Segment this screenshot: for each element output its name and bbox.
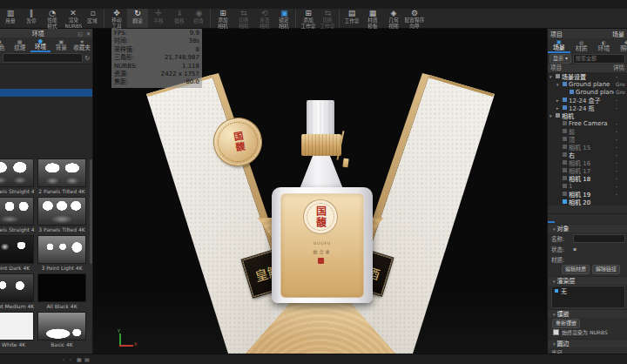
tree-expander-icon[interactable]: ▸ <box>556 105 561 111</box>
toolbar-button[interactable]: ⇆ 切换 工作室 <box>319 9 340 28</box>
properties-tab[interactable] <box>563 214 570 223</box>
properties-tab[interactable] <box>548 214 555 223</box>
properties-tab[interactable] <box>556 214 563 223</box>
library-folder-list[interactable] <box>0 64 92 159</box>
library-tab[interactable]: ● 颜色 <box>0 37 10 52</box>
project-tab[interactable]: ◍ 材质 <box>570 38 593 53</box>
tree-expander-icon[interactable]: ▸ <box>556 98 561 103</box>
library-tab[interactable]: ▣ 背景 <box>51 37 71 52</box>
toolbar-button[interactable]: ⟲ 重置 相机 <box>254 9 275 28</box>
tree-row[interactable]: 相机 18 - <box>548 174 627 182</box>
render-viewport[interactable]: 皇觞 御酒 国馥 国馥 GUOFU 馥合香 皇觞御酒 FPS: 9.9 时间: … <box>93 29 547 354</box>
environment-thumbnail[interactable]: 3 Point Light 4K <box>37 235 86 272</box>
object-section-title[interactable]: ▾对象 <box>548 224 627 233</box>
tree-row[interactable]: ▾ 相机 <box>548 111 627 119</box>
tree-item-detail: - <box>616 167 627 173</box>
project-panel-header: 项目 场景 <box>548 29 627 38</box>
tree-item-detail: - <box>616 144 627 150</box>
next-icon[interactable]: › <box>70 356 71 362</box>
render-layer-item[interactable]: 无 <box>552 286 624 294</box>
list-view-icon[interactable]: ▤ <box>84 356 90 362</box>
grid-view-icon[interactable]: ▦ <box>77 356 82 362</box>
selected-folder-row[interactable] <box>0 89 92 97</box>
environment-thumbnail-grid: 2 Panels Straight 4K 2 Panels Tilted 4K … <box>0 158 90 348</box>
nurbs-checkbox-label: 始终渲染为 NURBS <box>562 328 608 336</box>
tree-row[interactable]: ▾ 场景设置 - <box>548 72 627 80</box>
toolbar-button[interactable]: ‖ 暂停 <box>21 9 42 28</box>
toolbar-button[interactable]: ⚙ 配置程序 向导 <box>404 9 425 28</box>
library-search-row: ↻ <box>0 52 92 64</box>
library-search-input[interactable] <box>3 53 83 63</box>
edit-material-button[interactable]: 编辑材质 <box>562 265 590 274</box>
refresh-icon[interactable]: ↻ <box>84 55 90 62</box>
tree-item-detail: Gro <box>616 81 627 87</box>
tree-row[interactable]: ▾ Ground plane Gro <box>548 80 627 88</box>
stats-row: 三角形: 21,748,987 <box>114 54 199 62</box>
unlink-material-button[interactable]: 解除链接 <box>592 265 620 274</box>
library-tab[interactable]: ★ 收藏夹 <box>71 37 92 52</box>
environment-thumbnail[interactable]: 2 Panels Tilted 4K <box>37 158 86 195</box>
show-dropdown[interactable]: 显示 ▾ <box>549 54 571 64</box>
toolbar-button[interactable]: ◈ 几何 视图 <box>383 9 404 28</box>
tessellation-section-title[interactable]: ▾镶嵌 <box>548 309 627 318</box>
nurbs-checkbox[interactable] <box>553 329 559 335</box>
name-input[interactable] <box>573 234 625 243</box>
undock-icon[interactable]: ◱ <box>76 30 84 37</box>
layer-bullet-icon <box>555 289 558 293</box>
environment-thumbnail[interactable]: All White 4K <box>0 312 34 348</box>
name-field-row: 名称: <box>551 234 625 242</box>
nurbs-checkbox-row: 始终渲染为 NURBS <box>553 328 625 336</box>
toolbar-button[interactable]: ▫ 区域 <box>84 9 104 28</box>
environment-thumbnail[interactable]: 3 Panels Tilted 4K <box>37 197 86 233</box>
project-tab[interactable]: ◐ 环境 <box>593 38 616 53</box>
environment-thumbnail[interactable]: 3 Point Medium 4K <box>0 273 34 310</box>
toolbar-button[interactable]: ⊞ 添加 相机 <box>212 9 233 28</box>
toolbar-button[interactable]: ▥ 用量 <box>0 9 21 28</box>
toolbar-button[interactable]: ↻ 翻滚 <box>127 9 148 28</box>
environment-thumbnail[interactable]: All Black 4K <box>37 273 86 310</box>
library-tab[interactable]: ▦ 纹理 <box>10 37 30 52</box>
toolbar-button[interactable]: ▦ 材质 模板 <box>362 9 383 28</box>
toolbar-button[interactable]: ⊞ 添加 工作室 <box>298 9 319 28</box>
toolbar-button[interactable]: ⇆ 切换 相机 <box>233 9 254 28</box>
tree-item-icon <box>563 192 567 196</box>
tree-item-icon <box>563 176 567 180</box>
toolbar-button[interactable]: ⇓ 推移 <box>169 9 190 28</box>
scene-search-input[interactable] <box>573 54 625 64</box>
environment-thumbnail[interactable]: 3 Panels Straight 4K <box>0 197 34 233</box>
retessellate-button[interactable]: 重新镶嵌 <box>552 319 580 328</box>
axis-x-label: X <box>134 341 137 347</box>
emblem-ring <box>307 203 334 231</box>
tree-row[interactable]: 相机 20 <box>548 198 627 206</box>
toolbar-button[interactable]: ✕ 渲染 NURBS <box>63 9 84 28</box>
render-layer-section-title[interactable]: ▾渲染层 <box>548 276 627 285</box>
stats-label: 焦距: <box>114 78 128 86</box>
scrollbar[interactable] <box>90 159 92 264</box>
library-tab[interactable]: ● 环境 <box>30 37 51 52</box>
stats-label: 三角形: <box>114 54 134 62</box>
round-edges-section-title[interactable]: ▾圆边 <box>548 339 627 347</box>
project-tab[interactable]: ▣ 场景 <box>548 38 570 53</box>
project-tab[interactable]: ✚ 照明 <box>615 38 627 53</box>
stats-label: FPS: <box>114 30 127 37</box>
tree-item-icon <box>556 74 560 78</box>
close-icon[interactable]: ✕ <box>84 30 92 37</box>
prev-icon[interactable]: ‹ <box>63 356 64 362</box>
tree-item-icon <box>570 90 574 94</box>
toolbar-button[interactable]: ◉ 视角 <box>190 9 211 28</box>
toolbar-button[interactable]: ✥ 移动 工具 <box>106 9 127 28</box>
toolbar-button[interactable]: ◔ 性能 模式 <box>42 9 63 28</box>
tree-expander-icon[interactable]: ▾ <box>549 74 554 79</box>
environment-thumbnail[interactable]: 3 Point Dark 4K <box>0 235 34 272</box>
bottle-cap <box>307 100 334 135</box>
toolbar-button[interactable]: ▣ 锁定 相机 <box>275 9 296 28</box>
tree-expander-icon[interactable]: ▾ <box>556 82 561 87</box>
project-tab-label: 照明 <box>620 46 627 52</box>
environment-library-panel: 环境 ◱ ✕ ● 颜色 ▦ 纹理 ● 环境 ▣ 背景 ★ 收藏夹 ↻ <box>0 29 93 354</box>
tree-expander-icon[interactable]: ▾ <box>549 113 554 118</box>
environment-thumbnail[interactable]: Basic 4K <box>37 312 86 348</box>
stats-row: FPS: 9.9 <box>114 30 199 37</box>
toolbar-button[interactable]: ✛ 平移 <box>148 9 169 28</box>
toolbar-button[interactable]: ▤ 工作室 <box>341 9 362 28</box>
environment-thumbnail[interactable]: 2 Panels Straight 4K <box>0 158 34 195</box>
